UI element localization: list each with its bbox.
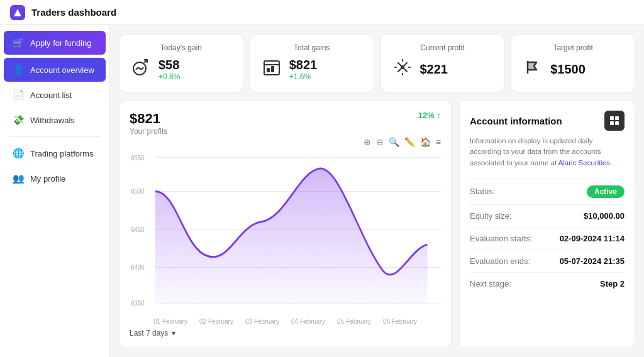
info-card-desc: Information on display is updated daily …	[470, 136, 625, 168]
sidebar-item-label: Account list	[30, 91, 72, 100]
svg-rect-18	[610, 121, 614, 125]
withdraw-icon: 💸	[13, 114, 25, 126]
x-label: 05 February	[337, 318, 371, 325]
svg-text:6450: 6450	[131, 226, 145, 233]
sidebar-item-my-profile[interactable]: 👥 My profile	[4, 167, 106, 190]
current-profit-icon	[391, 56, 414, 83]
bottom-row: $821 Your profits 12% ↑ ⊕ ⊖ 🔍 ✏️ 🏠 ≡	[119, 100, 635, 348]
eval-start-value: 02-09-2024 11:14	[560, 234, 625, 243]
chart-change: 12% ↑	[418, 111, 441, 120]
app-logo	[10, 5, 25, 20]
chevron-down-icon: ▾	[172, 329, 175, 338]
svg-text:6550: 6550	[131, 154, 145, 162]
stat-card-current-profit: Current profit $221	[380, 34, 505, 92]
svg-rect-19	[615, 121, 619, 125]
svg-marker-0	[14, 9, 21, 16]
info-row-eval-end: Evaluation ends: 05-07-2024 21:35	[470, 250, 625, 272]
svg-rect-17	[615, 116, 619, 120]
eval-end-label: Evaluation ends:	[470, 256, 530, 266]
chart-card: $821 Your profits 12% ↑ ⊕ ⊖ 🔍 ✏️ 🏠 ≡	[119, 100, 452, 348]
main-layout: 🛒 Apply for funding 👤 Account overview 📄…	[0, 25, 644, 357]
info-row-next-stage: Next stage: Step 2	[470, 272, 625, 295]
chart-header: $821 Your profits 12% ↑	[130, 111, 441, 136]
svg-text:6400: 6400	[131, 264, 145, 272]
sidebar: 🛒 Apply for funding 👤 Account overview 📄…	[0, 25, 110, 357]
gain-icon	[130, 56, 152, 83]
alaric-link[interactable]: Alaric Securities.	[558, 159, 613, 167]
main-content: Today's gain $58 +0.8%	[110, 25, 644, 357]
stat-body: $221	[391, 56, 494, 83]
globe-icon: 🌐	[13, 148, 25, 159]
magnify-icon[interactable]: 🔍	[389, 137, 399, 147]
next-stage-value: Step 2	[600, 279, 625, 288]
stat-title: Current profit	[391, 43, 494, 52]
stat-value: $1500	[550, 62, 586, 77]
svg-rect-4	[271, 66, 274, 72]
x-label: 02 February	[199, 318, 233, 325]
status-label: Status:	[470, 187, 495, 196]
stat-value: $58	[158, 58, 180, 72]
svg-rect-16	[610, 116, 614, 120]
stat-card-total-gains: Total gains $821 +1.6%	[250, 34, 374, 92]
x-label: 03 February	[245, 318, 279, 325]
next-stage-label: Next stage:	[470, 279, 511, 288]
chart-value: $821	[130, 111, 167, 127]
stat-body: $1500	[521, 56, 625, 83]
sidebar-item-label: Trading platforms	[30, 149, 94, 158]
user-icon: 👤	[13, 64, 25, 75]
sidebar-item-label: My profile	[30, 174, 65, 184]
equity-label: Equity size:	[470, 211, 511, 221]
app-title: Traders dashboard	[31, 7, 116, 18]
x-label: 04 February	[291, 318, 325, 325]
stat-body: $821 +1.6%	[260, 56, 364, 83]
stat-value: $821	[289, 58, 318, 72]
stat-cards: Today's gain $58 +0.8%	[119, 34, 635, 92]
info-row-eval-start: Evaluation starts: 02-09-2024 11:14	[470, 227, 625, 250]
stat-change: +1.6%	[289, 72, 318, 81]
svg-text:6500: 6500	[131, 188, 145, 195]
stat-value: $221	[420, 62, 448, 77]
info-row-status: Status: Active	[470, 178, 625, 204]
info-card-title: Account information	[470, 116, 562, 126]
sidebar-item-label: Apply for funding	[30, 38, 92, 48]
info-row-equity: Equity size: $10,000.00	[470, 204, 625, 227]
stat-title: Total gains	[260, 43, 364, 52]
svg-text:6350: 6350	[131, 299, 145, 307]
cart-icon: 🛒	[13, 37, 25, 48]
eval-start-label: Evaluation starts:	[470, 234, 533, 243]
top-bar: Traders dashboard	[0, 0, 644, 25]
info-card-header: Account information	[470, 111, 625, 131]
stat-body: $58 +0.8%	[130, 56, 233, 83]
chart-toolbar: ⊕ ⊖ 🔍 ✏️ 🏠 ≡	[130, 137, 441, 147]
zoom-in-icon[interactable]: ⊕	[364, 137, 371, 147]
sidebar-item-label: Withdrawals	[30, 116, 75, 125]
profile-icon: 👥	[13, 173, 25, 184]
sidebar-item-account-list[interactable]: 📄 Account list	[4, 83, 106, 107]
chart-period-label: Last 7 days	[130, 329, 168, 338]
stat-title: Target profit	[521, 43, 625, 52]
sidebar-divider	[9, 136, 101, 137]
sidebar-item-withdrawals[interactable]: 💸 Withdrawals	[4, 108, 106, 132]
target-profit-icon	[521, 56, 544, 83]
eval-end-value: 05-07-2024 21:35	[560, 256, 625, 266]
menu-icon[interactable]: ≡	[436, 137, 441, 147]
stat-change: +0.8%	[158, 72, 180, 81]
account-info-card: Account information Information on displ…	[459, 100, 635, 348]
total-gains-icon	[260, 56, 283, 83]
stat-card-todays-gain: Today's gain $58 +0.8%	[119, 34, 243, 92]
edit-icon[interactable]: ✏️	[404, 137, 415, 147]
equity-value: $10,000.00	[584, 211, 625, 221]
stat-card-target-profit: Target profit $1500	[511, 34, 635, 92]
status-badge: Active	[587, 185, 625, 198]
svg-rect-3	[267, 68, 270, 72]
sidebar-item-trading-platforms[interactable]: 🌐 Trading platforms	[4, 141, 106, 165]
stat-title: Today's gain	[130, 43, 233, 52]
sidebar-item-apply-funding[interactable]: 🛒 Apply for funding	[4, 31, 106, 55]
account-icon	[604, 111, 625, 131]
chart-info: $821 Your profits	[130, 111, 167, 136]
home-icon[interactable]: 🏠	[420, 137, 431, 147]
list-icon: 📄	[13, 89, 25, 101]
zoom-out-icon[interactable]: ⊖	[376, 137, 384, 147]
sidebar-item-account-overview[interactable]: 👤 Account overview	[4, 58, 106, 82]
chart-footer[interactable]: Last 7 days ▾	[130, 329, 441, 338]
